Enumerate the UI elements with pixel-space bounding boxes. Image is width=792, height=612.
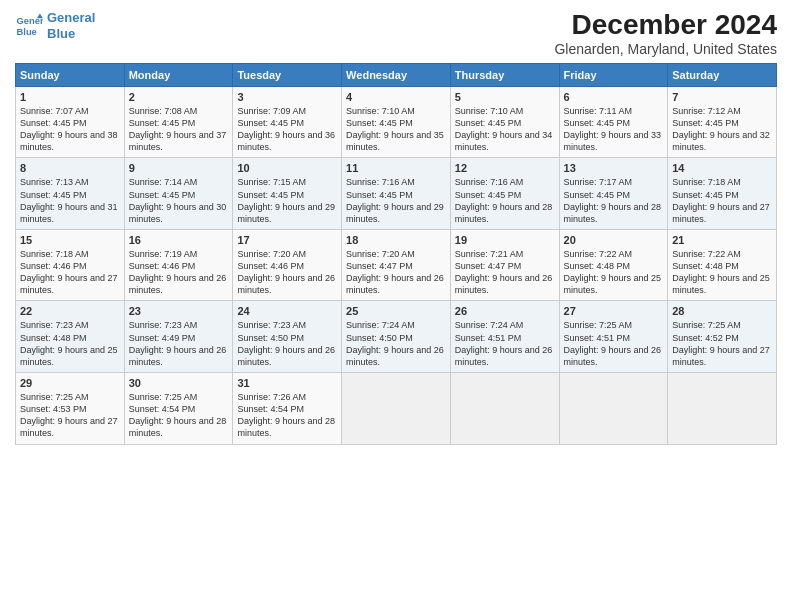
day-info: Sunrise: 7:20 AMSunset: 4:47 PMDaylight:… (346, 248, 446, 297)
day-info: Sunrise: 7:24 AMSunset: 4:51 PMDaylight:… (455, 319, 555, 368)
day-info: Sunrise: 7:25 AMSunset: 4:51 PMDaylight:… (564, 319, 664, 368)
calendar-cell: 24 Sunrise: 7:23 AMSunset: 4:50 PMDaylig… (233, 301, 342, 373)
day-number: 13 (564, 162, 664, 174)
calendar-cell: 26 Sunrise: 7:24 AMSunset: 4:51 PMDaylig… (450, 301, 559, 373)
page-header: General Blue GeneralBlue December 2024 G… (15, 10, 777, 57)
day-number: 28 (672, 305, 772, 317)
col-header-saturday: Saturday (668, 63, 777, 86)
calendar-cell: 30 Sunrise: 7:25 AMSunset: 4:54 PMDaylig… (124, 373, 233, 445)
day-number: 24 (237, 305, 337, 317)
calendar-week-row: 15 Sunrise: 7:18 AMSunset: 4:46 PMDaylig… (16, 229, 777, 301)
calendar-cell: 11 Sunrise: 7:16 AMSunset: 4:45 PMDaylig… (342, 158, 451, 230)
day-info: Sunrise: 7:22 AMSunset: 4:48 PMDaylight:… (564, 248, 664, 297)
calendar-cell: 12 Sunrise: 7:16 AMSunset: 4:45 PMDaylig… (450, 158, 559, 230)
calendar-cell: 23 Sunrise: 7:23 AMSunset: 4:49 PMDaylig… (124, 301, 233, 373)
calendar-cell: 27 Sunrise: 7:25 AMSunset: 4:51 PMDaylig… (559, 301, 668, 373)
calendar-cell: 19 Sunrise: 7:21 AMSunset: 4:47 PMDaylig… (450, 229, 559, 301)
calendar-week-row: 8 Sunrise: 7:13 AMSunset: 4:45 PMDayligh… (16, 158, 777, 230)
day-info: Sunrise: 7:14 AMSunset: 4:45 PMDaylight:… (129, 176, 229, 225)
day-info: Sunrise: 7:18 AMSunset: 4:46 PMDaylight:… (20, 248, 120, 297)
day-info: Sunrise: 7:09 AMSunset: 4:45 PMDaylight:… (237, 105, 337, 154)
day-number: 2 (129, 91, 229, 103)
calendar-cell: 1 Sunrise: 7:07 AMSunset: 4:45 PMDayligh… (16, 86, 125, 158)
day-number: 6 (564, 91, 664, 103)
calendar-cell: 16 Sunrise: 7:19 AMSunset: 4:46 PMDaylig… (124, 229, 233, 301)
day-number: 31 (237, 377, 337, 389)
day-number: 3 (237, 91, 337, 103)
col-header-wednesday: Wednesday (342, 63, 451, 86)
day-number: 4 (346, 91, 446, 103)
day-number: 27 (564, 305, 664, 317)
day-number: 5 (455, 91, 555, 103)
calendar-cell: 18 Sunrise: 7:20 AMSunset: 4:47 PMDaylig… (342, 229, 451, 301)
calendar-cell (342, 373, 451, 445)
calendar-week-row: 29 Sunrise: 7:25 AMSunset: 4:53 PMDaylig… (16, 373, 777, 445)
calendar-cell (559, 373, 668, 445)
day-info: Sunrise: 7:16 AMSunset: 4:45 PMDaylight:… (346, 176, 446, 225)
col-header-tuesday: Tuesday (233, 63, 342, 86)
day-info: Sunrise: 7:20 AMSunset: 4:46 PMDaylight:… (237, 248, 337, 297)
day-number: 10 (237, 162, 337, 174)
calendar-cell (450, 373, 559, 445)
calendar-cell: 9 Sunrise: 7:14 AMSunset: 4:45 PMDayligh… (124, 158, 233, 230)
day-info: Sunrise: 7:26 AMSunset: 4:54 PMDaylight:… (237, 391, 337, 440)
logo-text: GeneralBlue (47, 10, 95, 41)
day-info: Sunrise: 7:19 AMSunset: 4:46 PMDaylight:… (129, 248, 229, 297)
day-number: 30 (129, 377, 229, 389)
day-info: Sunrise: 7:15 AMSunset: 4:45 PMDaylight:… (237, 176, 337, 225)
day-info: Sunrise: 7:11 AMSunset: 4:45 PMDaylight:… (564, 105, 664, 154)
day-number: 8 (20, 162, 120, 174)
day-info: Sunrise: 7:24 AMSunset: 4:50 PMDaylight:… (346, 319, 446, 368)
calendar-week-row: 1 Sunrise: 7:07 AMSunset: 4:45 PMDayligh… (16, 86, 777, 158)
calendar-cell: 3 Sunrise: 7:09 AMSunset: 4:45 PMDayligh… (233, 86, 342, 158)
day-number: 20 (564, 234, 664, 246)
day-number: 1 (20, 91, 120, 103)
day-number: 7 (672, 91, 772, 103)
calendar-cell: 20 Sunrise: 7:22 AMSunset: 4:48 PMDaylig… (559, 229, 668, 301)
day-number: 14 (672, 162, 772, 174)
calendar-cell (668, 373, 777, 445)
calendar-cell: 17 Sunrise: 7:20 AMSunset: 4:46 PMDaylig… (233, 229, 342, 301)
day-info: Sunrise: 7:17 AMSunset: 4:45 PMDaylight:… (564, 176, 664, 225)
day-info: Sunrise: 7:23 AMSunset: 4:50 PMDaylight:… (237, 319, 337, 368)
day-info: Sunrise: 7:22 AMSunset: 4:48 PMDaylight:… (672, 248, 772, 297)
day-info: Sunrise: 7:25 AMSunset: 4:54 PMDaylight:… (129, 391, 229, 440)
calendar-cell: 6 Sunrise: 7:11 AMSunset: 4:45 PMDayligh… (559, 86, 668, 158)
calendar-cell: 25 Sunrise: 7:24 AMSunset: 4:50 PMDaylig… (342, 301, 451, 373)
title-block: December 2024 Glenarden, Maryland, Unite… (554, 10, 777, 57)
day-number: 19 (455, 234, 555, 246)
calendar-cell: 29 Sunrise: 7:25 AMSunset: 4:53 PMDaylig… (16, 373, 125, 445)
col-header-friday: Friday (559, 63, 668, 86)
calendar-cell: 14 Sunrise: 7:18 AMSunset: 4:45 PMDaylig… (668, 158, 777, 230)
day-number: 23 (129, 305, 229, 317)
calendar-cell: 15 Sunrise: 7:18 AMSunset: 4:46 PMDaylig… (16, 229, 125, 301)
day-info: Sunrise: 7:08 AMSunset: 4:45 PMDaylight:… (129, 105, 229, 154)
day-info: Sunrise: 7:23 AMSunset: 4:49 PMDaylight:… (129, 319, 229, 368)
calendar-week-row: 22 Sunrise: 7:23 AMSunset: 4:48 PMDaylig… (16, 301, 777, 373)
calendar-cell: 31 Sunrise: 7:26 AMSunset: 4:54 PMDaylig… (233, 373, 342, 445)
calendar-cell: 21 Sunrise: 7:22 AMSunset: 4:48 PMDaylig… (668, 229, 777, 301)
day-info: Sunrise: 7:13 AMSunset: 4:45 PMDaylight:… (20, 176, 120, 225)
calendar-cell: 13 Sunrise: 7:17 AMSunset: 4:45 PMDaylig… (559, 158, 668, 230)
day-number: 18 (346, 234, 446, 246)
day-number: 25 (346, 305, 446, 317)
col-header-thursday: Thursday (450, 63, 559, 86)
day-number: 11 (346, 162, 446, 174)
day-number: 12 (455, 162, 555, 174)
day-number: 21 (672, 234, 772, 246)
calendar-body: 1 Sunrise: 7:07 AMSunset: 4:45 PMDayligh… (16, 86, 777, 444)
day-info: Sunrise: 7:25 AMSunset: 4:53 PMDaylight:… (20, 391, 120, 440)
day-info: Sunrise: 7:07 AMSunset: 4:45 PMDaylight:… (20, 105, 120, 154)
calendar-cell: 2 Sunrise: 7:08 AMSunset: 4:45 PMDayligh… (124, 86, 233, 158)
day-info: Sunrise: 7:12 AMSunset: 4:45 PMDaylight:… (672, 105, 772, 154)
calendar-table: SundayMondayTuesdayWednesdayThursdayFrid… (15, 63, 777, 445)
day-info: Sunrise: 7:21 AMSunset: 4:47 PMDaylight:… (455, 248, 555, 297)
calendar-cell: 28 Sunrise: 7:25 AMSunset: 4:52 PMDaylig… (668, 301, 777, 373)
day-number: 9 (129, 162, 229, 174)
col-header-sunday: Sunday (16, 63, 125, 86)
calendar-cell: 7 Sunrise: 7:12 AMSunset: 4:45 PMDayligh… (668, 86, 777, 158)
day-info: Sunrise: 7:25 AMSunset: 4:52 PMDaylight:… (672, 319, 772, 368)
calendar-cell: 4 Sunrise: 7:10 AMSunset: 4:45 PMDayligh… (342, 86, 451, 158)
page-title: December 2024 (554, 10, 777, 41)
calendar-cell: 8 Sunrise: 7:13 AMSunset: 4:45 PMDayligh… (16, 158, 125, 230)
